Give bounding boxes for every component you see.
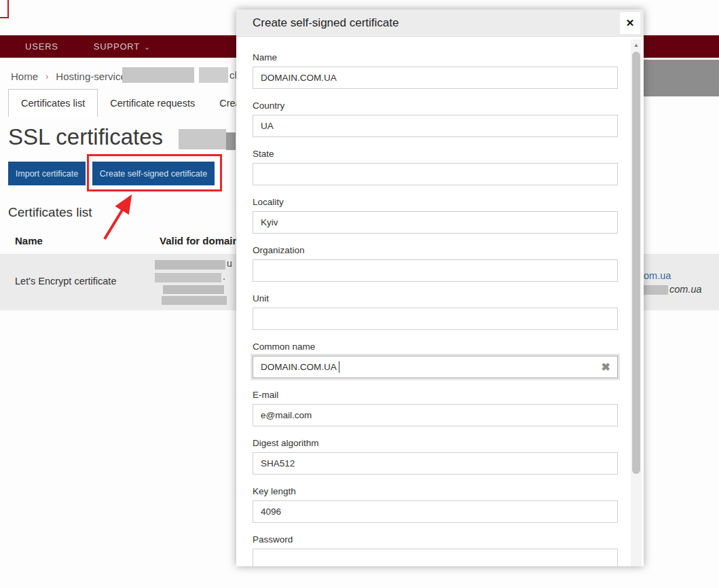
organization-field[interactable] bbox=[253, 259, 618, 282]
name-field[interactable] bbox=[253, 67, 618, 89]
key-length-field[interactable] bbox=[253, 500, 618, 523]
form-field-group: Country bbox=[253, 100, 618, 137]
domain-italic-fragment: com.ua bbox=[669, 284, 702, 295]
breadcrumb-blur-patch bbox=[122, 67, 194, 83]
field-label: Digest algorithm bbox=[253, 438, 618, 449]
field-label: Password bbox=[253, 534, 618, 545]
field-label: State bbox=[253, 149, 618, 160]
modal-title: Create self-signed certificate bbox=[253, 16, 399, 30]
country-field[interactable] bbox=[253, 115, 618, 137]
domain-blur-patch bbox=[644, 285, 668, 295]
page-title-blur-patch bbox=[179, 129, 226, 149]
form-field-group: Locality bbox=[253, 197, 618, 234]
modal-scrollbar[interactable]: ▲ ▼ bbox=[631, 39, 642, 566]
form-field-group: Name bbox=[253, 52, 618, 89]
annotation-corner-fragment bbox=[0, 0, 9, 18]
form-field-group: Key length bbox=[253, 486, 618, 523]
form-field-group: Common name ✖ bbox=[253, 342, 618, 378]
modal-titlebar: Create self-signed certificate ✕ bbox=[236, 10, 644, 37]
e-mail-field[interactable] bbox=[253, 404, 618, 426]
field-label: Key length bbox=[253, 486, 618, 497]
form-field-group: Organization bbox=[253, 245, 618, 282]
field-label: Common name bbox=[253, 342, 618, 352]
field-label: Name bbox=[253, 52, 618, 63]
import-certificate-button[interactable]: Import certificate bbox=[8, 162, 86, 185]
common-name-field[interactable] bbox=[253, 356, 618, 378]
field-label: Unit bbox=[253, 293, 618, 304]
form-field-group: Unit bbox=[253, 293, 618, 330]
form-field-group: E-mail bbox=[253, 390, 618, 426]
nav-item-support[interactable]: SUPPORT⌄ bbox=[94, 41, 151, 52]
page-title-blur-patch bbox=[226, 132, 236, 150]
field-label: Country bbox=[253, 100, 618, 111]
domain-blur-patch bbox=[155, 260, 225, 270]
certificate-name-cell: Let's Encrypt certificate bbox=[15, 276, 116, 287]
form-field-group: Password bbox=[253, 534, 618, 566]
create-self-signed-certificate-button[interactable]: Create self-signed certificate bbox=[92, 162, 215, 185]
create-self-signed-certificate-modal: Create self-signed certificate ✕ Name Co… bbox=[236, 10, 644, 566]
scroll-down-icon[interactable]: ▼ bbox=[631, 564, 642, 566]
column-header-name[interactable]: Name bbox=[15, 235, 43, 246]
tab-certificates-list[interactable]: Certificates list bbox=[8, 89, 98, 117]
column-header-valid-for-domains[interactable]: Valid for domain bbox=[160, 235, 239, 246]
scrollbar-thumb[interactable] bbox=[632, 52, 640, 474]
breadcrumb: Home › Hosting-service bbox=[11, 68, 126, 84]
text-cursor bbox=[339, 361, 339, 373]
tab-certificate-requests[interactable]: Certificate requests bbox=[98, 89, 207, 117]
certificates-list-heading: Certificates list bbox=[8, 205, 92, 220]
field-label: E-mail bbox=[253, 390, 618, 401]
modal-form: Name Country State Locality Organization… bbox=[253, 37, 618, 566]
page-title: SSL certificates bbox=[8, 124, 163, 150]
nav-item-support-label: SUPPORT bbox=[94, 41, 140, 52]
close-icon[interactable]: ✕ bbox=[620, 12, 640, 34]
field-label: Organization bbox=[253, 245, 618, 256]
digest-algorithm-field[interactable] bbox=[253, 452, 618, 475]
form-field-group: State bbox=[253, 149, 618, 185]
breadcrumb-home[interactable]: Home bbox=[11, 71, 38, 82]
chevron-down-icon: ⌄ bbox=[144, 43, 151, 51]
form-field-group: Digest algorithm bbox=[253, 438, 618, 475]
breadcrumb-hosting-service[interactable]: Hosting-service bbox=[56, 71, 126, 82]
breadcrumb-blur-patch bbox=[199, 67, 228, 83]
password-field[interactable] bbox=[253, 549, 618, 566]
domain-link-fragment[interactable]: om.ua bbox=[644, 270, 671, 281]
top-right-blur-patch bbox=[644, 60, 719, 96]
field-label: Locality bbox=[253, 197, 618, 208]
state-field[interactable] bbox=[253, 163, 618, 185]
scroll-up-icon[interactable]: ▲ bbox=[631, 39, 642, 51]
clear-input-icon[interactable]: ✖ bbox=[602, 361, 610, 373]
breadcrumb-separator-icon: › bbox=[45, 71, 48, 81]
nav-item-users[interactable]: USERS bbox=[25, 41, 58, 52]
unit-field[interactable] bbox=[253, 308, 618, 330]
domain-text-fragment: u bbox=[227, 258, 232, 269]
domain-text-fragment: . bbox=[223, 271, 225, 282]
tab-bar: Certificates listCertificate requestsCre… bbox=[8, 89, 261, 117]
locality-field[interactable] bbox=[253, 211, 618, 234]
domain-blur-patch bbox=[155, 273, 221, 282]
domain-blur-patch bbox=[163, 285, 224, 294]
domain-blur-patch bbox=[162, 296, 227, 305]
